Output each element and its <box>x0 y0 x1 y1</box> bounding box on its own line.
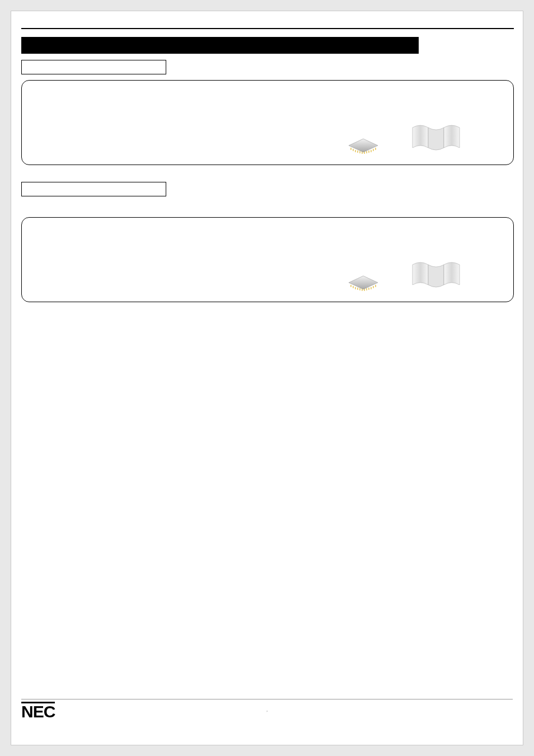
footer-rule <box>21 699 513 699</box>
page-sheet: , NEC <box>11 11 523 745</box>
chip-icon <box>345 273 381 293</box>
subsection-title-box-2 <box>21 182 166 196</box>
page-footer: NEC <box>21 699 513 725</box>
content-area <box>21 28 514 724</box>
chip-icon <box>345 135 381 156</box>
nec-logo: NEC <box>21 702 55 720</box>
top-rule <box>21 28 514 29</box>
section-black-bar <box>21 37 419 54</box>
info-panel-2 <box>21 217 514 302</box>
folded-document-icon <box>410 259 462 288</box>
folded-document-icon <box>410 122 462 151</box>
info-panel-1 <box>21 80 514 165</box>
subsection-title-box-1 <box>21 60 166 74</box>
